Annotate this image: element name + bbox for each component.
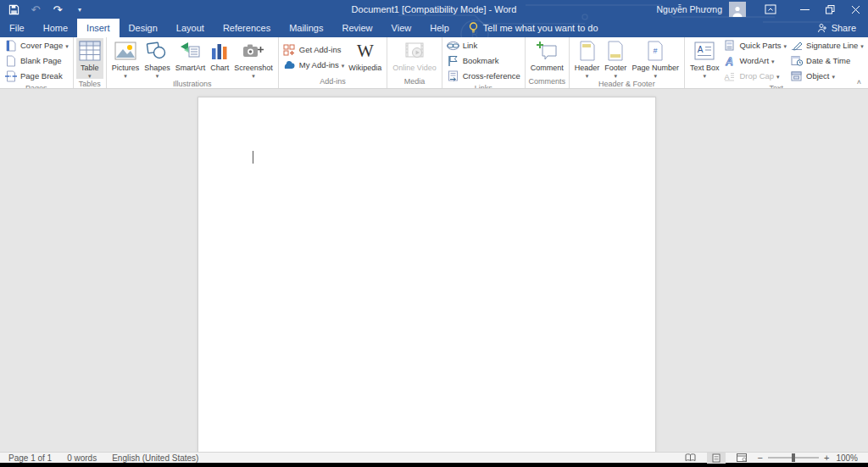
- restore-button[interactable]: [817, 0, 843, 19]
- chart-button[interactable]: Chart: [208, 38, 231, 79]
- link-label: Link: [463, 41, 477, 50]
- object-label: Object: [806, 71, 835, 81]
- link-button[interactable]: Link: [445, 38, 522, 53]
- pictures-icon: [114, 40, 136, 62]
- wordart-button[interactable]: A WordArt: [721, 53, 788, 68]
- title-bar: R ↶ ↷ ▾ Document1 [Compatibility Mode] -…: [0, 0, 868, 19]
- tab-file[interactable]: File: [0, 19, 34, 37]
- group-label-pages: Pages: [0, 83, 73, 89]
- page-break-button[interactable]: Page Break: [3, 69, 70, 83]
- chart-icon: [210, 40, 229, 62]
- cover-page-button[interactable]: Cover Page: [3, 38, 70, 53]
- table-button[interactable]: Table: [76, 38, 103, 79]
- ribbon-tabs: File Home Insert Design Layout Reference…: [0, 19, 868, 37]
- ribbon-display-options-icon[interactable]: [758, 0, 783, 19]
- zoom-in-icon[interactable]: +: [824, 453, 829, 462]
- qat-customize-icon[interactable]: ▾: [73, 3, 86, 16]
- tab-mailings[interactable]: Mailings: [280, 19, 332, 37]
- drop-cap-icon: A: [723, 71, 736, 81]
- tab-insert[interactable]: Insert: [77, 19, 120, 37]
- get-addins-button[interactable]: Get Add-ins: [281, 42, 347, 57]
- page-number-button[interactable]: # Page Number: [629, 38, 682, 79]
- close-button[interactable]: [843, 0, 868, 19]
- group-header-footer: Header Footer # Page Number: [570, 37, 685, 88]
- tab-help[interactable]: Help: [420, 19, 459, 37]
- screenshot-icon: [242, 40, 264, 62]
- signature-line-label: Signature Line: [806, 41, 864, 50]
- text-cursor: [253, 151, 253, 164]
- my-addins-button[interactable]: My Add-ins: [281, 58, 347, 72]
- share-label: Share: [832, 23, 856, 33]
- document-canvas[interactable]: [0, 89, 868, 452]
- undo-icon[interactable]: ↶: [29, 3, 42, 16]
- header-button[interactable]: Header: [572, 38, 603, 79]
- tab-view[interactable]: View: [382, 19, 421, 37]
- redo-icon[interactable]: ↷: [51, 3, 64, 16]
- avatar[interactable]: [729, 2, 746, 17]
- save-icon[interactable]: [7, 3, 20, 16]
- zoom-slider-track[interactable]: [768, 457, 819, 459]
- bottom-strip: [0, 463, 868, 467]
- group-addins: Get Add-ins My Add-ins W Wikipedia Add-i…: [279, 37, 388, 88]
- text-box-button[interactable]: A Text Box: [687, 38, 722, 83]
- cover-page-icon: [4, 40, 17, 52]
- quick-access-toolbar: ↶ ↷ ▾: [0, 3, 86, 16]
- chart-label: Chart: [210, 64, 229, 72]
- zoom-slider-thumb[interactable]: [792, 453, 795, 462]
- pictures-button[interactable]: Pictures: [109, 38, 142, 79]
- word-window: R ↶ ↷ ▾ Document1 [Compatibility Mode] -…: [0, 0, 868, 467]
- account-name[interactable]: Nguyễn Phương: [656, 4, 722, 14]
- cross-reference-button[interactable]: Cross-reference: [445, 69, 522, 83]
- shapes-button[interactable]: Shapes: [142, 38, 173, 79]
- svg-text:#: #: [654, 47, 658, 55]
- footer-icon: [607, 40, 624, 62]
- date-time-label: Date & Time: [806, 56, 850, 65]
- collapse-ribbon-icon[interactable]: ˄: [857, 78, 861, 86]
- smartart-button[interactable]: SmartArt: [173, 38, 209, 79]
- online-video-icon: [404, 40, 425, 62]
- signature-line-button[interactable]: Signature Line: [788, 38, 865, 53]
- page-indicator[interactable]: Page 1 of 1: [8, 453, 52, 463]
- object-icon: [790, 71, 803, 81]
- text-box-icon: A: [694, 40, 715, 62]
- minimize-button[interactable]: [792, 0, 817, 19]
- comment-button[interactable]: Comment: [528, 38, 566, 76]
- wikipedia-label: Wikipedia: [348, 64, 381, 72]
- date-time-icon: [790, 55, 803, 66]
- print-layout-button[interactable]: [707, 453, 726, 464]
- tab-layout[interactable]: Layout: [167, 19, 214, 37]
- tab-home[interactable]: Home: [34, 19, 77, 37]
- quick-parts-button[interactable]: Quick Parts: [721, 38, 788, 53]
- group-label-tables: Tables: [74, 79, 106, 89]
- word-count[interactable]: 0 words: [67, 453, 97, 463]
- tab-design[interactable]: Design: [120, 19, 167, 37]
- zoom-out-icon[interactable]: −: [758, 453, 763, 462]
- language-indicator[interactable]: English (United States): [112, 453, 198, 463]
- bookmark-button[interactable]: Bookmark: [445, 53, 522, 68]
- zoom-level[interactable]: 100%: [836, 453, 858, 463]
- footer-button[interactable]: Footer: [602, 38, 629, 79]
- blank-page-button[interactable]: Blank Page: [3, 53, 70, 68]
- text-box-label: Text Box: [690, 64, 720, 72]
- web-layout-button[interactable]: [732, 453, 751, 464]
- page-break-icon: [4, 70, 17, 82]
- object-button[interactable]: Object: [788, 69, 865, 83]
- comment-label: Comment: [531, 64, 564, 72]
- document-page[interactable]: [198, 97, 656, 452]
- wikipedia-icon: W: [357, 47, 374, 55]
- share-button[interactable]: Share: [817, 19, 868, 37]
- footer-label: Footer: [604, 64, 626, 72]
- wikipedia-button[interactable]: W Wikipedia: [346, 38, 384, 76]
- share-person-icon: [817, 23, 827, 33]
- table-icon: [79, 40, 101, 62]
- zoom-slider[interactable]: − +: [758, 453, 830, 462]
- read-mode-button[interactable]: [682, 453, 700, 464]
- screenshot-label: Screenshot: [234, 64, 273, 72]
- tab-review[interactable]: Review: [333, 19, 382, 37]
- screenshot-button[interactable]: Screenshot: [231, 38, 275, 79]
- date-time-button[interactable]: Date & Time: [788, 53, 865, 68]
- header-icon: [579, 40, 596, 62]
- group-label-illustrations: Illustrations: [107, 79, 278, 89]
- tell-me-box[interactable]: Tell me what you want to do: [459, 19, 598, 37]
- tab-references[interactable]: References: [214, 19, 280, 37]
